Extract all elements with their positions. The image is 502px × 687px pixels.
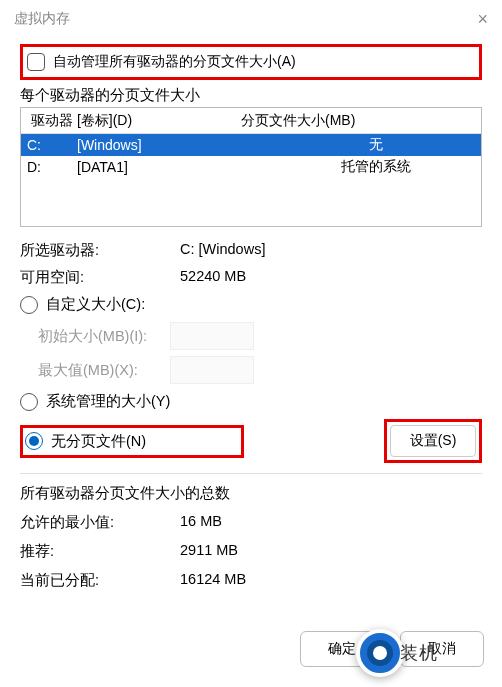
free-space-value: 52240 MB [180, 268, 482, 287]
titlebar: 虚拟内存 × [0, 0, 502, 38]
radio-system-label: 系统管理的大小(Y) [46, 392, 170, 411]
totals-section-label: 所有驱动器分页文件大小的总数 [20, 484, 482, 503]
selected-drive-label: 所选驱动器: [20, 241, 180, 260]
row-drive: C: [27, 137, 77, 153]
watermark: 装机 [356, 629, 438, 677]
radio-system-size[interactable]: 系统管理的大小(Y) [20, 392, 482, 411]
row-pf: 无 [277, 136, 475, 154]
cur-label: 当前已分配: [20, 571, 180, 590]
row-label: [DATA1] [77, 159, 277, 175]
auto-manage-checkbox[interactable] [27, 53, 45, 71]
rec-label: 推荐: [20, 542, 180, 561]
min-value: 16 MB [180, 513, 482, 532]
rec-value: 2911 MB [180, 542, 482, 561]
radio-custom-size[interactable]: 自定义大小(C): [20, 295, 482, 314]
set-button[interactable]: 设置(S) [390, 425, 476, 457]
window-title: 虚拟内存 [14, 10, 70, 28]
watermark-text: 装机 [400, 641, 438, 665]
drive-table: 驱动器 [卷标](D) 分页文件大小(MB) C: [Windows] 无 D:… [20, 107, 482, 227]
initial-size-input [170, 322, 254, 350]
table-row[interactable]: C: [Windows] 无 [21, 134, 481, 156]
highlight-no-page: 无分页文件(N) [20, 425, 244, 458]
radio-icon[interactable] [25, 432, 43, 450]
radio-no-page[interactable]: 无分页文件(N) [25, 432, 239, 451]
max-size-input [170, 356, 254, 384]
row-pf: 托管的系统 [277, 158, 475, 176]
highlight-set-button: 设置(S) [384, 419, 482, 463]
watermark-badge-icon [356, 629, 404, 677]
col-pf: 分页文件大小(MB) [241, 112, 481, 130]
row-drive: D: [27, 159, 77, 175]
radio-nopage-label: 无分页文件(N) [51, 432, 146, 451]
initial-size-label: 初始大小(MB)(I): [38, 327, 158, 346]
col-drive: 驱动器 [卷标](D) [21, 112, 241, 130]
initial-size-row: 初始大小(MB)(I): [38, 322, 482, 350]
max-size-label: 最大值(MB)(X): [38, 361, 158, 380]
table-row[interactable]: D: [DATA1] 托管的系统 [21, 156, 481, 178]
cur-value: 16124 MB [180, 571, 482, 590]
min-label: 允许的最小值: [20, 513, 180, 532]
radio-icon[interactable] [20, 393, 38, 411]
drive-table-header: 驱动器 [卷标](D) 分页文件大小(MB) [21, 108, 481, 134]
auto-manage-label: 自动管理所有驱动器的分页文件大小(A) [53, 53, 296, 71]
auto-manage-row[interactable]: 自动管理所有驱动器的分页文件大小(A) [23, 47, 479, 77]
free-space-label: 可用空间: [20, 268, 180, 287]
drive-section-label: 每个驱动器的分页文件大小 [20, 86, 482, 105]
row-label: [Windows] [77, 137, 277, 153]
radio-icon[interactable] [20, 296, 38, 314]
max-size-row: 最大值(MB)(X): [38, 356, 482, 384]
divider [20, 473, 482, 474]
close-icon[interactable]: × [477, 9, 488, 30]
selected-drive-value: C: [Windows] [180, 241, 482, 260]
radio-custom-label: 自定义大小(C): [46, 295, 145, 314]
highlight-auto-manage: 自动管理所有驱动器的分页文件大小(A) [20, 44, 482, 80]
drive-table-body[interactable]: C: [Windows] 无 D: [DATA1] 托管的系统 [21, 134, 481, 226]
